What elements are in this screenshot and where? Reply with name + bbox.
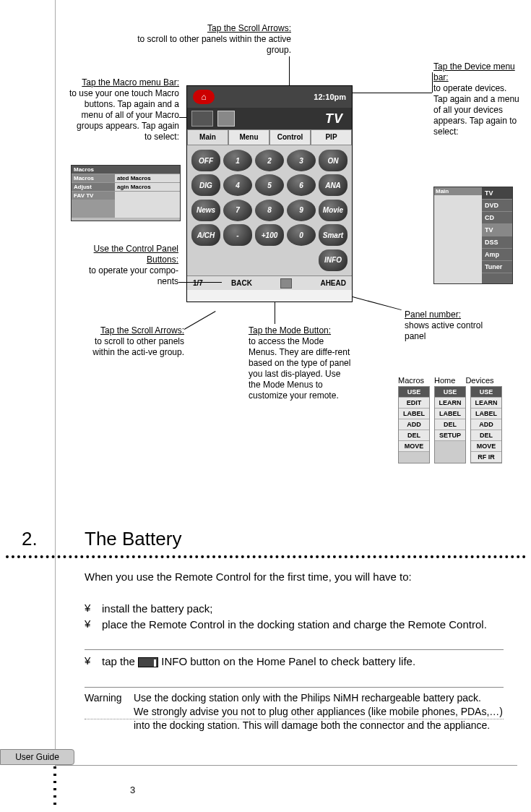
remote-btn: Movie bbox=[319, 200, 347, 221]
remote-btn: DIG bbox=[191, 174, 220, 196]
annotation-scroll-top: Tap the Scroll Arrows: to scroll to othe… bbox=[125, 23, 291, 56]
dev-item: CD bbox=[482, 212, 512, 224]
annotation-title: Tap the Scroll Arrows: bbox=[207, 23, 291, 33]
menu-label: Home bbox=[434, 376, 455, 385]
remote-btn: 4 bbox=[223, 174, 252, 196]
mode-button-icon bbox=[280, 278, 292, 289]
annotation-body: to operate your compo-nents bbox=[89, 265, 178, 286]
devices-mini-screenshot: Main TV DVD CD TV DSS Amp Tuner bbox=[433, 187, 513, 284]
remote-tabs: Main Menu Control PIP bbox=[187, 129, 352, 145]
menu-item: EDIT bbox=[399, 398, 429, 409]
menu-item: LEARN bbox=[471, 398, 501, 409]
mode-menus: Macros Home Devices USE EDIT LABEL ADD D… bbox=[398, 376, 514, 463]
menu-macros: USE EDIT LABEL ADD DEL MOVE bbox=[398, 386, 430, 463]
info-post: INFO button on the Home Panel to check b… bbox=[161, 655, 415, 667]
remote-time: 12:10pm bbox=[314, 93, 346, 101]
home-icon: ⌂ bbox=[193, 90, 215, 104]
menu-item: LABEL bbox=[471, 409, 501, 419]
divider-rule bbox=[85, 687, 504, 688]
remote-tab: Main bbox=[187, 129, 228, 145]
ahead-label: AHEAD bbox=[320, 279, 346, 287]
menu-item: LABEL bbox=[399, 409, 429, 419]
section-number: 2. bbox=[22, 528, 38, 550]
bullet-mark: ¥ bbox=[85, 617, 93, 632]
macro-bar-icon bbox=[191, 111, 213, 127]
remote-btn: 5 bbox=[255, 174, 284, 196]
intro-text: When you use the Remote Control for the … bbox=[85, 570, 504, 584]
menu-item: MOVE bbox=[471, 441, 501, 452]
menu-item: DEL bbox=[471, 430, 501, 441]
remote-button-grid: OFF 1 2 3 ON DIG 4 5 6 ANA News 7 8 9 Mo… bbox=[187, 145, 352, 275]
remote-btn: 3 bbox=[287, 150, 316, 171]
mini-side: agin Macros bbox=[115, 183, 180, 192]
remote-btn: 2 bbox=[255, 150, 284, 171]
remote-tab: Control bbox=[269, 129, 311, 145]
annotation-title: Tap the Scroll Arrows: bbox=[100, 325, 184, 336]
bullet-list-info: ¥ tap the INFO button on the Home Panel … bbox=[85, 654, 504, 670]
annotation-macro-bar: Tap the Macro menu Bar: to use your one … bbox=[69, 77, 179, 142]
dev-item: DVD bbox=[482, 200, 512, 212]
menu-item: SETUP bbox=[435, 430, 465, 441]
user-guide-tab: User Guide bbox=[0, 749, 74, 765]
bullet-mark: ¥ bbox=[85, 602, 93, 616]
bullet-mark: ¥ bbox=[85, 654, 93, 669]
remote-btn: INFO bbox=[319, 249, 347, 271]
back-label: BACK bbox=[231, 279, 252, 287]
annotation-body: to use your one touch Macro buttons. Tap… bbox=[69, 88, 179, 142]
divider-dotted bbox=[85, 719, 504, 719]
annotation-mode-button: Tap the Mode Button: to access the Mode … bbox=[249, 325, 353, 401]
remote-btn: 9 bbox=[287, 200, 316, 221]
remote-btn: 1 bbox=[223, 150, 252, 171]
menu-item: RF IR bbox=[471, 452, 501, 463]
menu-item: DEL bbox=[399, 430, 429, 441]
annotation-panel-number: Panel number: shows active control panel bbox=[405, 309, 506, 342]
device-mini-icon bbox=[217, 111, 235, 127]
annotation-title: Tap the Macro menu Bar: bbox=[82, 77, 179, 87]
remote-titlebar: TV bbox=[187, 108, 352, 129]
remote-btn: +100 bbox=[255, 224, 284, 246]
menu-label: Devices bbox=[465, 376, 493, 385]
mini-side: ated Macros bbox=[115, 174, 180, 183]
menu-devices: USE LEARN LABEL ADD DEL MOVE RF IR bbox=[470, 386, 502, 463]
dev-item: TV bbox=[482, 187, 512, 200]
annotation-body: to scroll to other panels within the act… bbox=[92, 336, 184, 357]
menu-item: ADD bbox=[399, 419, 429, 430]
bullet-text: place the Remote Control in the docking … bbox=[102, 617, 504, 632]
mini-header: Macros bbox=[72, 166, 180, 174]
menu-item: LABEL bbox=[435, 409, 465, 419]
macros-mini-screenshot: Macros Macros Adjust FAV TV ated Macros … bbox=[71, 165, 181, 221]
panel-number: 1/7 bbox=[193, 279, 203, 287]
warning-label: Warning bbox=[85, 691, 128, 732]
annotation-title: Use the Control Panel Buttons: bbox=[94, 244, 178, 265]
remote-tab: Menu bbox=[228, 129, 269, 145]
remote-tab: PIP bbox=[311, 129, 352, 145]
mini-row: Adjust bbox=[72, 183, 115, 192]
warning-text: Use the docking station only with the Ph… bbox=[134, 691, 504, 732]
section-title: The Battery bbox=[85, 528, 181, 550]
bullet-item: ¥ tap the INFO button on the Home Panel … bbox=[85, 654, 504, 669]
annotation-title: Tap the Mode Button: bbox=[249, 325, 331, 336]
connector-line bbox=[353, 93, 432, 93]
remote-btn: ON bbox=[319, 150, 347, 171]
annotation-body: to scroll to other panels within the act… bbox=[137, 34, 291, 55]
annotation-scroll-bottom: Tap the Scroll Arrows: to scroll to othe… bbox=[76, 325, 184, 358]
remote-screenshot: ⌂ 12:10pm TV Main Menu Control PIP OFF 1… bbox=[186, 85, 353, 302]
remote-btn: 6 bbox=[287, 174, 316, 196]
remote-btn: 7 bbox=[223, 200, 252, 221]
menu-item: MOVE bbox=[399, 441, 429, 452]
remote-btn: News bbox=[191, 200, 220, 221]
menu-item: LEARN bbox=[435, 398, 465, 409]
annotation-device-bar: Tap the Device menu bar: to operate devi… bbox=[433, 61, 520, 137]
dev-item: Tuner bbox=[482, 261, 512, 273]
remote-btn: Smart bbox=[319, 224, 347, 246]
annotation-body: shows active control panel bbox=[405, 320, 483, 341]
annotation-title: Panel number: bbox=[405, 309, 461, 320]
warning-p1: Use the docking station only with the Ph… bbox=[134, 692, 481, 704]
menu-item: USE bbox=[435, 387, 465, 398]
menu-item: USE bbox=[471, 387, 501, 398]
annotation-title: Tap the Device menu bar: bbox=[433, 61, 515, 82]
dev-item: DSS bbox=[482, 236, 512, 249]
remote-title: TV bbox=[325, 111, 347, 127]
connector-line bbox=[353, 296, 402, 310]
info-pre: tap the bbox=[102, 655, 138, 667]
